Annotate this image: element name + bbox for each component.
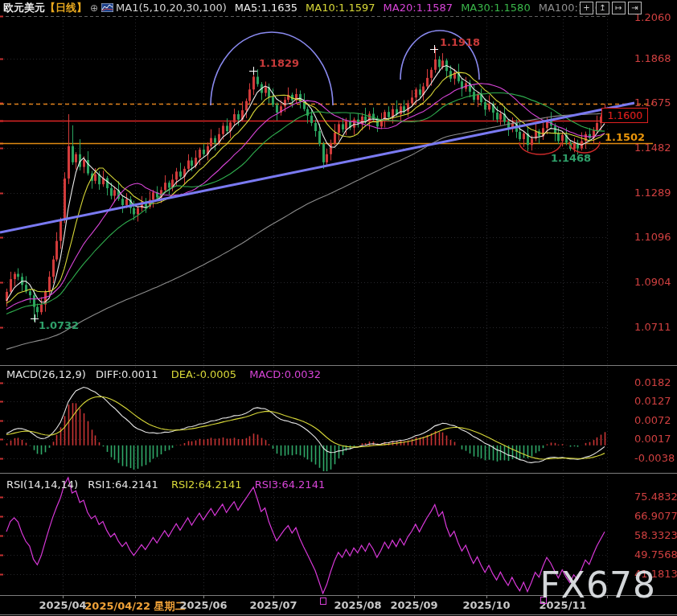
y-axis-label: 1.1675 (634, 97, 671, 109)
timeline-flag-marker[interactable] (320, 598, 326, 605)
macd-title: MACD(26,12,9) (6, 368, 86, 380)
macd-axis-label: 0.0072 (634, 414, 671, 426)
date-label: 2025/07 (249, 599, 297, 611)
macd-axis-label: -0.0038 (634, 452, 675, 464)
ma30-value: MA30:1.1580 (461, 2, 531, 14)
macd-header: MACD(26,12,9) DIFF:0.0011 DEA:-0.0005 MA… (6, 368, 321, 380)
rsi1-value: RSI1:64.2141 (88, 478, 158, 491)
macd-axis-label: 0.0017 (634, 433, 671, 445)
selected-date-label: 2025/04/22 星期二 (84, 599, 185, 614)
ma-settings-label: MA1(5,10,20,30,100) (116, 2, 227, 14)
chart-toolbar: + ↥ ↦ ⇥ (580, 2, 642, 14)
macd-value: MACD:0.0032 (249, 368, 321, 380)
y-axis-label: 1.1868 (634, 52, 671, 64)
symbol-name: 欧元美元 (3, 1, 45, 15)
macd-dea-value: DEA:-0.0005 (171, 368, 236, 380)
low-annotation: 1.0732 (39, 319, 79, 331)
rsi-axis-label: 49.7568 (634, 548, 677, 561)
ma20-value: MA20:1.1587 (384, 2, 453, 14)
ma5-value: MA5:1.1635 (235, 2, 297, 14)
macd-axis-label: 0.0127 (634, 395, 671, 407)
circle-plus-icon[interactable]: ⊕ (90, 2, 98, 14)
rsi-axis-label: 75.4832 (634, 491, 677, 503)
chart-plot-area[interactable] (0, 0, 677, 616)
pan-right-icon[interactable]: ⇥ (628, 2, 642, 14)
y-axis-label: 1.0904 (634, 276, 671, 288)
date-label: 2025/06 (179, 599, 227, 611)
header-bar: 欧元美元 【日线】 ⊕ MA1(5,10,20,30,100) MA5:1.16… (0, 0, 677, 15)
scale-right-icon[interactable]: ↦ (612, 2, 626, 14)
rsi-title: RSI(14,14,14) (6, 478, 78, 491)
y-axis-label: 1.1482 (634, 142, 671, 154)
y-axis-label: 1.0711 (634, 321, 671, 333)
y-axis-label: 1.1096 (634, 231, 671, 243)
crosshair-icon[interactable]: + (580, 2, 593, 14)
low-annotation: 1.1468 (551, 152, 591, 164)
rsi2-value: RSI2:64.2141 (171, 478, 242, 491)
rsi3-value: RSI3:64.2141 (255, 478, 326, 491)
date-label: 2025/09 (390, 599, 437, 611)
chart-window: 欧元美元 【日线】 ⊕ MA1(5,10,20,30,100) MA5:1.16… (0, 0, 677, 616)
y-axis-label: 1.1289 (634, 187, 671, 199)
level-line-label: 1.1502 (605, 131, 645, 143)
ma10-value: MA10:1.1597 (306, 2, 375, 14)
scale-up-icon[interactable]: ↥ (596, 2, 609, 14)
date-label: 2025/04 (39, 599, 86, 611)
date-label: 2025/08 (334, 599, 381, 611)
price-line-tag: 1.1600 (601, 108, 648, 123)
timeframe-label: 【日线】 (45, 1, 87, 15)
watermark: FX678 (540, 565, 656, 606)
rsi-axis-label: 66.9077 (634, 510, 677, 522)
date-label: 2025/10 (462, 599, 510, 611)
macd-axis-label: 0.0182 (634, 376, 671, 388)
peak-annotation: 1.1918 (440, 36, 480, 48)
peak-annotation: 1.1829 (259, 57, 299, 69)
chart-thumbnail-icon[interactable] (101, 3, 113, 12)
rsi-header: RSI(14,14,14) RSI1:64.2141 RSI2:64.2141 … (6, 478, 325, 491)
macd-diff-value: DIFF:0.0011 (96, 368, 158, 380)
rsi-axis-label: 58.3323 (634, 529, 677, 541)
